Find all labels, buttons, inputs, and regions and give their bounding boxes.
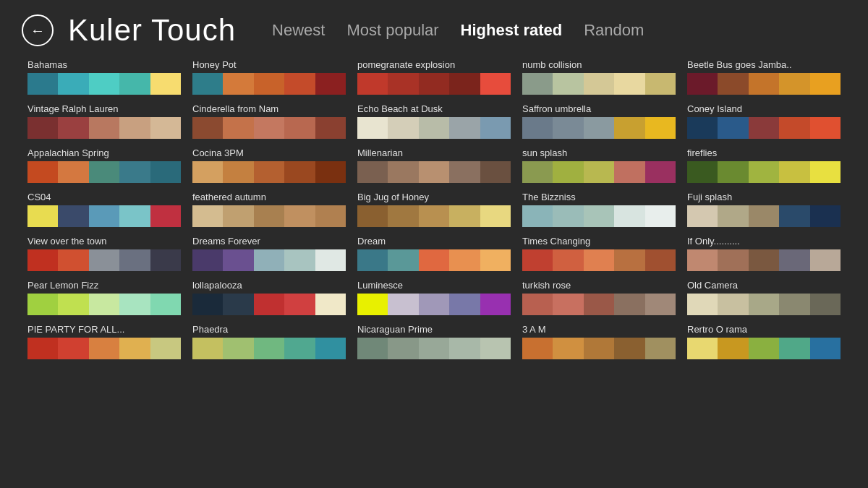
palette-item[interactable]: View over the town [22,233,187,274]
nav-item-highest-rated[interactable]: Highest rated [461,21,563,40]
palette-item[interactable]: fireflies [681,145,846,186]
nav-item-random[interactable]: Random [584,21,644,40]
color-swatch [480,117,511,139]
palette-name: fireflies [687,147,841,158]
palette-item[interactable]: turkish rose [516,277,681,318]
color-strip [687,73,841,95]
color-swatch [553,161,583,183]
color-strip [522,338,676,359]
color-swatch [749,249,779,271]
palette-item[interactable]: Coney Island [681,100,846,142]
color-swatch [150,117,181,139]
color-strip [192,161,346,183]
palette-name: Saffron umbrella [522,103,676,114]
color-swatch [58,249,88,271]
color-swatch [480,249,511,271]
color-swatch [89,294,119,315]
palette-item[interactable]: Big Jug of Honey [352,189,516,230]
color-swatch [315,161,346,183]
palette-item[interactable]: Times Changing [516,233,681,274]
color-swatch [810,249,841,271]
color-strip [522,205,676,227]
palette-item[interactable]: Appalachian Spring [22,145,187,186]
color-swatch [687,161,718,183]
color-swatch [223,249,253,271]
palette-item[interactable]: Luminesce [352,277,516,318]
palette-item[interactable]: Honey Pot [187,56,352,98]
color-strip [357,294,511,315]
color-strip [192,205,346,227]
palette-item[interactable]: lollapalooza [187,277,352,318]
palette-item[interactable]: feathered autumn [187,189,352,230]
color-strip [687,338,841,359]
palette-item[interactable]: CS04 [22,189,187,230]
palette-name: Fuji splash [687,192,841,202]
color-swatch [89,117,119,139]
palette-item[interactable]: Cinderella from Nam [187,100,352,142]
palette-item[interactable]: Saffron umbrella [516,100,681,142]
palette-item[interactable]: Old Camera [681,277,846,318]
color-swatch [315,117,346,139]
palette-item[interactable]: 3 A M [516,321,681,362]
back-button[interactable]: ← [22,14,54,46]
color-swatch [254,161,284,183]
color-swatch [89,205,119,227]
color-swatch [119,249,150,271]
palette-item[interactable]: Echo Beach at Dusk [352,100,516,142]
palette-name: Dream [357,236,511,247]
palette-item[interactable]: Phaedra [187,321,352,362]
color-swatch [419,338,449,359]
nav-item-most-popular[interactable]: Most popular [346,21,438,40]
nav-item-newest[interactable]: Newest [272,21,325,40]
color-swatch [749,205,779,227]
color-strip [192,249,346,271]
palette-item[interactable]: numb collision [516,56,681,98]
color-swatch [718,73,748,95]
palette-name: Pear Lemon Fizz [27,280,181,291]
palette-name: CS04 [27,192,181,202]
color-swatch [749,338,779,359]
palette-name: Appalachian Spring [27,147,181,158]
palette-item[interactable]: Rertro O rama [681,321,846,362]
palette-name: pomegranate explosion [357,59,511,70]
palette-item[interactable]: pomegranate explosion [352,56,516,98]
color-swatch [687,294,718,315]
color-swatch [522,249,553,271]
palette-grid: BahamasHoney Potpomegranate explosionnum… [0,56,868,362]
color-swatch [223,161,253,183]
color-swatch [449,338,480,359]
palette-item[interactable]: If Only.......... [681,233,846,274]
color-swatch [119,294,150,315]
color-swatch [419,161,449,183]
color-swatch [584,294,614,315]
color-swatch [27,205,58,227]
color-swatch [357,205,388,227]
color-swatch [522,294,553,315]
palette-item[interactable]: The Bizzniss [516,189,681,230]
palette-item[interactable]: PIE PARTY FOR ALL... [22,321,187,362]
color-swatch [645,338,676,359]
color-swatch [810,73,841,95]
palette-name: turkish rose [522,280,676,291]
palette-item[interactable]: sun splash [516,145,681,186]
palette-item[interactable]: Millenarian [352,145,516,186]
palette-item[interactable]: Nicaraguan Prime [352,321,516,362]
palette-name: sun splash [522,147,676,158]
color-swatch [522,117,553,139]
palette-item[interactable]: Dreams Forever [187,233,352,274]
color-swatch [192,73,223,95]
palette-item[interactable]: Vintage Ralph Lauren [22,100,187,142]
color-swatch [192,249,223,271]
color-swatch [58,205,88,227]
palette-item[interactable]: Dream [352,233,516,274]
color-swatch [357,294,388,315]
color-swatch [419,205,449,227]
palette-item[interactable]: Bahamas [22,56,187,98]
palette-item[interactable]: Cocina 3PM [187,145,352,186]
palette-item[interactable]: Fuji splash [681,189,846,230]
palette-item[interactable]: Pear Lemon Fizz [22,277,187,318]
color-swatch [284,161,315,183]
palette-item[interactable]: Beetle Bus goes Jamba.. [681,56,846,98]
color-swatch [27,73,58,95]
color-swatch [89,338,119,359]
